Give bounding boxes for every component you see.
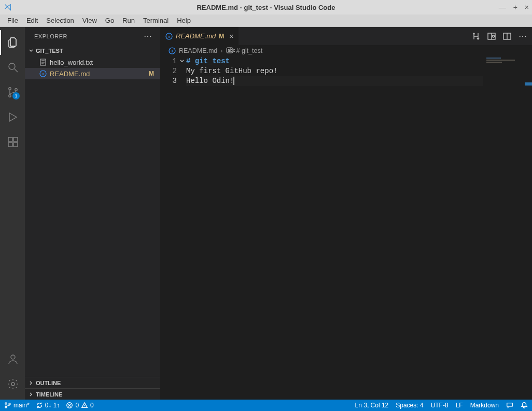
menu-terminal[interactable]: Terminal [139,16,173,25]
status-eol[interactable]: LF [456,402,463,409]
outline-label: OUTLINE [36,380,61,386]
file-row-hello-world[interactable]: hello_world.txt [25,56,160,68]
tab-readme[interactable]: README.md M × [160,27,239,45]
timeline-label: TIMELINE [36,391,62,398]
svg-point-21 [9,403,10,405]
menubar: File Edit Selection View Go Run Terminal… [0,15,532,27]
code-line: # git_test [186,56,483,66]
activity-settings[interactable] [0,372,25,396]
symbol-icon: abc [226,47,233,55]
project-name: GIT_TEST [36,48,63,54]
svg-point-1 [9,88,11,90]
search-icon [7,61,19,74]
menu-go[interactable]: Go [101,16,118,25]
sidebar-title: EXPLORER [34,33,67,39]
status-bar: main* 0↓ 1↑ 0 0 Ln 3, Col 12 Spaces: 4 U… [0,400,532,411]
editor-more-button[interactable]: ⋯ [519,31,527,41]
menu-run[interactable]: Run [118,16,139,25]
tab-label: README.md [176,32,216,40]
tab-close-button[interactable]: × [229,32,233,40]
svg-point-9 [11,382,15,386]
activity-accounts[interactable] [0,347,25,372]
scrollbar-change-marker [525,82,532,86]
sidebar-more-button[interactable]: ⋯ [144,31,152,41]
split-editor-icon[interactable] [503,32,511,40]
status-cursor-pos[interactable]: Ln 3, Col 12 [355,402,389,409]
text-file-icon [39,59,47,66]
project-header[interactable]: GIT_TEST [25,45,160,56]
activity-search[interactable] [0,55,25,80]
status-problems[interactable]: 0 0 [66,402,93,409]
svg-point-0 [9,63,15,69]
svg-rect-4 [8,137,12,141]
menu-file[interactable]: File [3,16,22,25]
status-notifications[interactable] [521,402,528,409]
modified-marker: M [149,70,154,77]
activity-run-debug[interactable] [0,105,25,130]
info-file-icon [169,47,176,54]
info-file-icon [39,70,47,77]
status-feedback[interactable] [506,402,513,409]
timeline-section[interactable]: TIMELINE [25,388,160,400]
status-encoding[interactable]: UTF-8 [431,402,449,409]
menu-edit[interactable]: Edit [22,16,42,25]
minimap[interactable] [483,56,525,400]
play-bug-icon [7,111,19,123]
window-title: README.md - git_test - Visual Studio Cod… [197,4,335,11]
editor-actions: ⋯ [472,27,532,45]
open-preview-icon[interactable] [487,32,496,40]
activity-source-control[interactable]: 1 [0,80,25,105]
status-sync[interactable]: 0↓ 1↑ [36,402,60,409]
sidebar-explorer: EXPLORER ⋯ GIT_TEST hello_world.txt READ… [25,27,160,400]
status-language[interactable]: Markdown [470,402,499,409]
menu-help[interactable]: Help [173,16,195,25]
text-cursor [233,77,234,85]
code-line: Hello Odin! [186,76,483,86]
file-tree: hello_world.txt README.md M [25,56,160,377]
chevron-right-icon [28,391,34,398]
line-number-gutter: 1 2 3 [160,56,186,400]
compare-changes-icon[interactable] [472,32,480,40]
menu-selection[interactable]: Selection [42,16,78,25]
chevron-right-icon: › [220,47,222,54]
editor-region: README.md M × ⋯ README.md › abc # git_te… [160,27,532,400]
breadcrumbs[interactable]: README.md › abc # git_test [160,45,532,56]
branch-icon [4,402,11,409]
editor-body[interactable]: 1 2 3 # git_test My first GitHub repo! H… [160,56,532,400]
line-number: 2 [160,66,186,76]
info-file-icon [165,33,173,40]
status-indent[interactable]: Spaces: 4 [396,402,423,409]
svg-rect-7 [13,137,18,141]
tab-modified-marker: M [219,33,224,40]
chevron-down-icon [28,48,34,54]
status-branch[interactable]: main* [4,402,30,409]
feedback-icon [506,402,513,409]
files-icon [7,36,19,49]
line-number: 3 [160,76,186,86]
activity-explorer[interactable] [0,30,25,55]
code-area[interactable]: # git_test My first GitHub repo! Hello O… [186,56,483,400]
app-icon [4,4,11,11]
svg-point-8 [11,355,15,359]
file-label: README.md [50,70,90,78]
menu-view[interactable]: View [78,16,101,25]
code-line: My first GitHub repo! [186,66,483,76]
activity-extensions[interactable] [0,130,25,154]
svg-text:abc: abc [228,48,235,53]
file-row-readme[interactable]: README.md M [25,68,160,79]
outline-section[interactable]: OUTLINE [25,377,160,388]
maximize-button[interactable]: + [513,3,517,11]
file-label: hello_world.txt [50,59,93,66]
chevron-right-icon [28,380,34,386]
breadcrumb-symbol: # git_test [236,47,263,54]
activity-bar: 1 [0,27,25,400]
vertical-scrollbar[interactable] [525,56,532,400]
bell-icon [521,402,528,409]
scm-badge: 1 [12,92,20,100]
tabs-row: README.md M × ⋯ [160,27,532,45]
sidebar-header: EXPLORER ⋯ [25,27,160,45]
close-button[interactable]: × [525,3,529,11]
gear-icon [7,378,19,390]
minimize-button[interactable]: — [499,3,506,11]
account-icon [7,353,19,365]
